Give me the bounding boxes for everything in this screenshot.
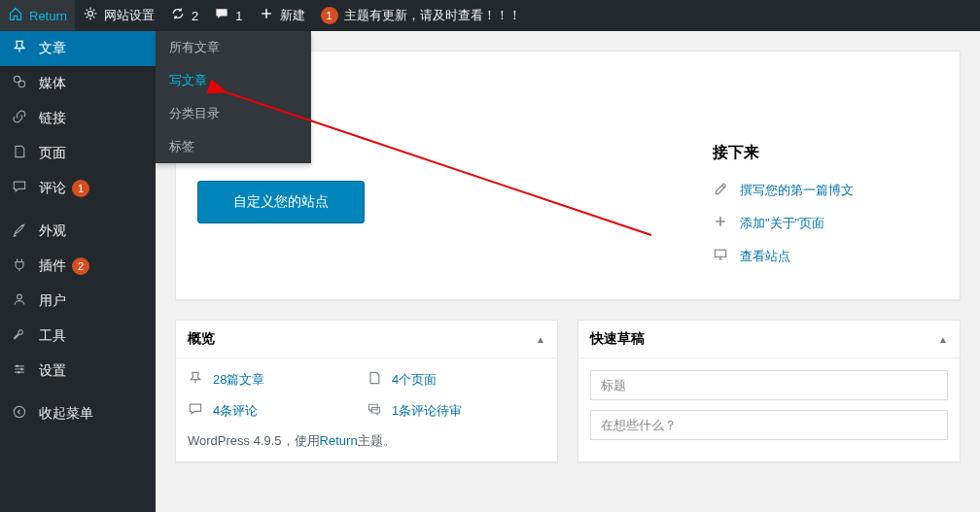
comments-count: 1 [235, 9, 242, 23]
collapse-icon [12, 404, 31, 424]
next-step-link[interactable]: 添加"关于"页面 [740, 215, 824, 232]
site-settings-link[interactable]: 网站设置 [75, 0, 162, 31]
page-icon [12, 144, 31, 163]
new-label: 新建 [280, 7, 305, 24]
submenu-tags[interactable]: 标签 [156, 130, 311, 163]
sidebar-label: 文章 [39, 40, 66, 57]
sidebar-label: 收起菜单 [39, 405, 93, 423]
svg-point-2 [18, 81, 24, 86]
media-icon [12, 74, 31, 93]
sidebar-item-links[interactable]: 链接 [0, 101, 156, 136]
submenu-new-post[interactable]: 写文章 [156, 64, 311, 97]
sidebar-item-users[interactable]: 用户 [0, 284, 156, 319]
theme-update-notice[interactable]: 1 主题有更新，请及时查看！！！ [313, 0, 529, 31]
sidebar-label: 链接 [39, 110, 66, 127]
admin-top-bar: Return 网站设置 2 1 新建 1 主题有更新，请及时查看！！！ [0, 0, 980, 31]
comment-icon [188, 401, 207, 421]
svg-point-6 [18, 371, 19, 373]
comment-icon [214, 6, 229, 25]
svg-point-0 [88, 12, 93, 17]
sidebar-item-posts[interactable]: 文章 [0, 31, 156, 66]
notice-text: 主题有更新，请及时查看！！！ [344, 7, 521, 24]
quick-draft-box: 快速草稿 ▲ [578, 320, 961, 462]
submenu-categories[interactable]: 分类目录 [156, 97, 311, 130]
sliders-icon [12, 361, 31, 381]
overview-box: 概览 ▲ 28篇文章 [175, 320, 558, 462]
next-step-link[interactable]: 撰写您的第一篇博文 [740, 182, 854, 199]
overview-link[interactable]: 4个页面 [392, 371, 437, 389]
next-step-about[interactable]: 添加"关于"页面 [713, 214, 938, 233]
sidebar-label: 页面 [39, 145, 66, 162]
next-steps-heading: 接下来 [713, 143, 938, 163]
edit-icon [713, 181, 732, 200]
overview-pending[interactable]: 1条评论待审 [367, 401, 545, 421]
pin-icon [12, 39, 31, 58]
comments-badge: 1 [72, 180, 89, 197]
overview-posts[interactable]: 28篇文章 [188, 370, 367, 390]
sidebar-label: 外观 [39, 222, 66, 240]
comment-icon [12, 179, 31, 198]
sidebar-label: 媒体 [39, 75, 66, 92]
sidebar-item-media[interactable]: 媒体 [0, 66, 156, 101]
overview-link[interactable]: 28篇文章 [213, 371, 264, 389]
quick-draft-title: 快速草稿 [590, 330, 645, 348]
brush-icon [12, 222, 31, 241]
next-step-link[interactable]: 查看站点 [740, 248, 790, 265]
sidebar-label: 设置 [39, 362, 66, 380]
wrench-icon [12, 326, 31, 346]
site-name: Return [29, 9, 67, 23]
sidebar-item-settings[interactable]: 设置 [0, 354, 156, 389]
next-step-write[interactable]: 撰写您的第一篇博文 [713, 181, 938, 200]
sidebar-item-plugins[interactable]: 插件 2 [0, 249, 156, 284]
page-icon [367, 370, 386, 390]
comments-icon [367, 401, 386, 421]
sidebar-label: 用户 [39, 292, 66, 310]
comments-link[interactable]: 1 [206, 0, 250, 31]
plug-icon [12, 256, 31, 276]
site-settings-label: 网站设置 [104, 7, 155, 24]
new-content-link[interactable]: 新建 [251, 0, 313, 31]
sidebar-item-tools[interactable]: 工具 [0, 319, 156, 354]
overview-pages[interactable]: 4个页面 [367, 370, 545, 390]
overview-comments[interactable]: 4条评论 [188, 401, 367, 421]
user-icon [12, 291, 31, 311]
collapse-toggle[interactable]: ▲ [536, 334, 545, 345]
updates-link[interactable]: 2 [162, 0, 206, 31]
plugins-badge: 2 [72, 257, 89, 275]
sidebar-collapse[interactable]: 收起菜单 [0, 396, 156, 431]
overview-footer: WordPress 4.9.5，使用Return主题。 [188, 432, 545, 450]
pin-icon [188, 370, 207, 390]
admin-sidebar: 文章 媒体 链接 页面 评论 1 [0, 31, 156, 512]
draft-content-input[interactable] [590, 410, 948, 440]
submenu-all-posts[interactable]: 所有文章 [156, 31, 311, 64]
overview-link[interactable]: 4条评论 [213, 402, 258, 420]
site-home-link[interactable]: Return [0, 0, 75, 31]
plus-icon [259, 6, 274, 25]
sidebar-item-appearance[interactable]: 外观 [0, 214, 156, 249]
overview-link[interactable]: 1条评论待审 [392, 402, 462, 420]
sidebar-item-pages[interactable]: 页面 [0, 136, 156, 171]
gear-icon [83, 6, 98, 25]
theme-link[interactable]: Return [320, 433, 358, 448]
notice-badge: 1 [321, 7, 338, 24]
collapse-toggle[interactable]: ▲ [938, 334, 948, 345]
next-step-view[interactable]: 查看站点 [713, 247, 938, 266]
customize-site-button[interactable]: 自定义您的站点 [197, 181, 365, 223]
svg-point-4 [16, 365, 18, 367]
plus-icon [713, 214, 732, 233]
refresh-icon [170, 6, 186, 25]
svg-rect-8 [715, 250, 725, 256]
monitor-icon [713, 247, 732, 266]
sidebar-item-comments[interactable]: 评论 1 [0, 171, 156, 206]
svg-point-3 [18, 294, 22, 299]
home-icon [8, 6, 23, 25]
updates-count: 2 [192, 9, 198, 23]
sidebar-label: 插件 [39, 257, 66, 275]
posts-submenu: 所有文章 写文章 分类目录 标签 [156, 31, 311, 163]
svg-point-7 [14, 406, 24, 417]
draft-title-input[interactable] [590, 370, 948, 400]
sidebar-label: 工具 [39, 327, 66, 345]
svg-point-5 [20, 368, 22, 370]
overview-title: 概览 [188, 330, 215, 348]
link-icon [12, 109, 31, 128]
